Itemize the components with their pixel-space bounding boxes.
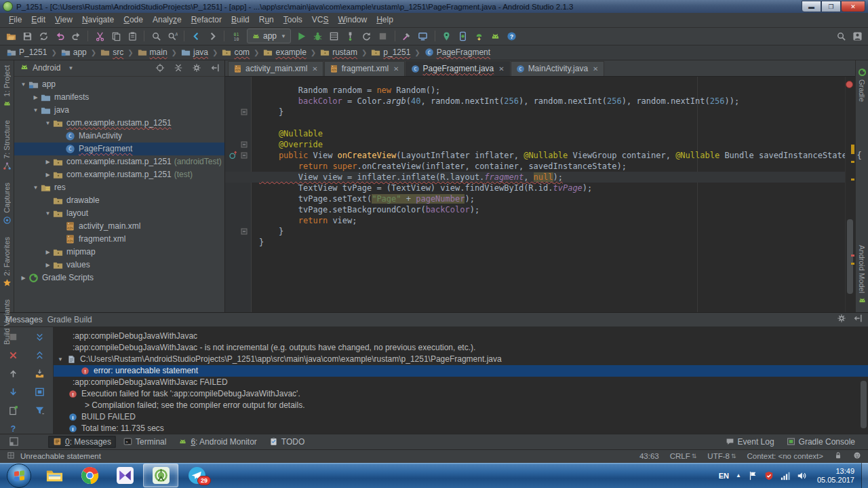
- tree-item-mainactivity[interactable]: CMainActivity: [14, 130, 224, 143]
- line-ending-selector[interactable]: CRLF⇅: [670, 452, 697, 460]
- menu-item-vcs[interactable]: VCS: [307, 14, 334, 26]
- toolbar-open-button[interactable]: [3, 29, 18, 43]
- tree-collapsed-arrow-icon[interactable]: ▶: [43, 262, 53, 268]
- error-stripe-mark[interactable]: [851, 145, 854, 154]
- toolbar-droid-button[interactable]: [488, 29, 503, 43]
- error-stripe-mark[interactable]: [851, 179, 854, 181]
- error-stripe-mark[interactable]: [851, 263, 854, 265]
- message-row[interactable]: !error: unreachable statement: [54, 365, 868, 377]
- messages-tab-label[interactable]: Gradle Build: [47, 315, 92, 324]
- tray-expand-icon[interactable]: ▲: [736, 472, 741, 478]
- tab-close-icon[interactable]: ✕: [498, 65, 504, 73]
- messages-scrollbar-thumb[interactable]: [861, 381, 867, 428]
- minimize-button[interactable]: ▬: [802, 1, 821, 12]
- toolbar-binary-button[interactable]: 0110: [229, 29, 243, 43]
- toolbar-search-button[interactable]: [833, 29, 848, 43]
- toolwindow-button-2-favorites[interactable]: 2: Favorites: [3, 237, 12, 290]
- tree-expanded-arrow-icon[interactable]: ▼: [43, 210, 53, 217]
- messages-export-button[interactable]: [5, 403, 22, 418]
- project-view-selector[interactable]: Android ▼: [20, 62, 73, 74]
- tree-item-java[interactable]: ▼java: [14, 104, 224, 117]
- project-panel-target-icon[interactable]: [154, 62, 166, 74]
- toolbar-tools-button[interactable]: [399, 29, 414, 43]
- toolbar-restart-button[interactable]: [359, 29, 374, 43]
- tree-item-activity-main-xml[interactable]: </>activity_main.xml: [14, 220, 224, 233]
- menu-item-run[interactable]: Run: [254, 14, 279, 26]
- taskbar-clock[interactable]: 13:49 05.05.2017: [813, 467, 854, 485]
- fold-marker-icon[interactable]: [241, 141, 248, 148]
- messages-make-button[interactable]: [32, 367, 48, 381]
- message-row[interactable]: :app:compileDebugJavaWithJavac FAILED: [54, 377, 868, 388]
- menu-item-code[interactable]: Code: [119, 14, 148, 26]
- messages-preview-button[interactable]: [32, 385, 48, 400]
- toolwindow-button-0-messages[interactable]: 0: Messages: [48, 436, 116, 448]
- menu-item-tools[interactable]: Tools: [279, 14, 307, 26]
- breadcrumb-item-src[interactable]: src: [98, 47, 126, 58]
- toolbar-run-button[interactable]: [294, 29, 309, 43]
- messages-closex-button[interactable]: [5, 348, 22, 363]
- toolbar-avd-button[interactable]: [456, 29, 471, 43]
- show-desktop-button[interactable]: [861, 463, 868, 488]
- breadcrumb-item-com[interactable]: com: [219, 47, 252, 58]
- toolwindow-button-android-model[interactable]: Android Model: [858, 245, 867, 307]
- menu-item-build[interactable]: Build: [226, 14, 254, 26]
- tree-item-fragment-xml[interactable]: </>fragment.xml: [14, 233, 224, 246]
- tree-item-manifests[interactable]: ▶manifests: [14, 91, 224, 104]
- message-row[interactable]: iTotal time: 11.735 secs: [54, 423, 868, 434]
- breadcrumb-item-main[interactable]: main: [135, 47, 170, 58]
- language-indicator[interactable]: EN: [719, 472, 729, 480]
- run-configuration-combo[interactable]: app▼: [247, 29, 291, 43]
- toolbar-coverage-button[interactable]: [327, 29, 342, 43]
- toolwindow-button-7-structure[interactable]: 7: Structure: [3, 120, 12, 173]
- action-center-flag-icon[interactable]: [748, 471, 757, 481]
- message-row[interactable]: > Compilation failed; see the compiler e…: [54, 400, 868, 411]
- tree-item-values[interactable]: ▶values: [14, 259, 224, 271]
- tab-close-icon[interactable]: ✕: [312, 65, 317, 73]
- tree-item-app[interactable]: ▼app: [14, 78, 224, 91]
- toolbar-pin-button[interactable]: [439, 29, 454, 43]
- tree-collapsed-arrow-icon[interactable]: ▶: [43, 249, 53, 255]
- toolwindow-button-6-android-monitor[interactable]: 6: Android Monitor: [174, 436, 261, 448]
- toolbar-sync-button[interactable]: [36, 29, 51, 43]
- tree-item-layout[interactable]: ▼layout: [14, 207, 224, 220]
- messages-collapseall-button[interactable]: [32, 348, 48, 363]
- menu-item-view[interactable]: View: [50, 14, 77, 26]
- breadcrumb-item-java[interactable]: java: [178, 47, 211, 58]
- menu-item-file[interactable]: File: [4, 14, 26, 26]
- start-button[interactable]: [7, 464, 31, 488]
- tree-item-com-example-rustam-p-1251[interactable]: ▶com.example.rustam.p_1251(androidTest): [14, 155, 224, 168]
- message-row[interactable]: ▼C:\Users\Rustam\AndroidStudioProjects\P…: [54, 354, 868, 365]
- tree-expanded-arrow-icon[interactable]: ▼: [31, 185, 41, 191]
- tab-close-icon[interactable]: ✕: [593, 65, 598, 73]
- menu-item-navigate[interactable]: Navigate: [77, 14, 119, 26]
- message-row[interactable]: :app:compileDebugJavaWithJavac - is not …: [54, 342, 868, 354]
- toolbar-copy-button[interactable]: [108, 29, 123, 43]
- toolbar-stop-button[interactable]: [376, 29, 391, 43]
- menu-item-refactor[interactable]: Refactor: [186, 14, 226, 26]
- hide-toolwindow-icon[interactable]: [853, 314, 863, 325]
- toolbar-redo-button[interactable]: [68, 29, 83, 43]
- toolbar-devices-button[interactable]: [416, 29, 431, 43]
- toolbar-avatar-button[interactable]: [850, 29, 865, 43]
- tree-collapsed-arrow-icon[interactable]: ▶: [43, 172, 53, 178]
- tab-fragment-xml[interactable]: </>fragment.xml✕: [324, 61, 405, 76]
- breadcrumb-item-rustam[interactable]: rustam: [317, 47, 360, 58]
- toolbar-save-button[interactable]: [20, 29, 35, 43]
- tree-collapsed-arrow-icon[interactable]: ▶: [31, 94, 41, 100]
- caret-position[interactable]: 43:63: [639, 452, 659, 460]
- tree-expanded-arrow-icon[interactable]: ▼: [31, 107, 41, 113]
- fold-marker-icon[interactable]: [241, 228, 248, 235]
- chevron-down-icon[interactable]: ▼: [58, 356, 67, 362]
- tree-item-com-example-rustam-p-1251[interactable]: ▶com.example.rustam.p_1251(test): [14, 168, 224, 181]
- toolbar-sdk-button[interactable]: [472, 29, 487, 43]
- tab-pagefragment-java[interactable]: CPageFragment.java✕: [406, 61, 510, 76]
- maximize-button[interactable]: ❐: [821, 1, 841, 12]
- breadcrumb-item-p_1251[interactable]: p_1251: [368, 47, 413, 58]
- toolwindow-button-captures[interactable]: Captures: [3, 183, 12, 227]
- project-panel-hide-icon[interactable]: [209, 62, 221, 74]
- close-button[interactable]: ✕: [841, 1, 865, 12]
- toolbar-cut-button[interactable]: [92, 29, 107, 43]
- error-indicator-badge[interactable]: [846, 81, 853, 88]
- tree-expanded-arrow-icon[interactable]: ▼: [43, 120, 53, 126]
- editor-scrollbar[interactable]: [845, 77, 855, 312]
